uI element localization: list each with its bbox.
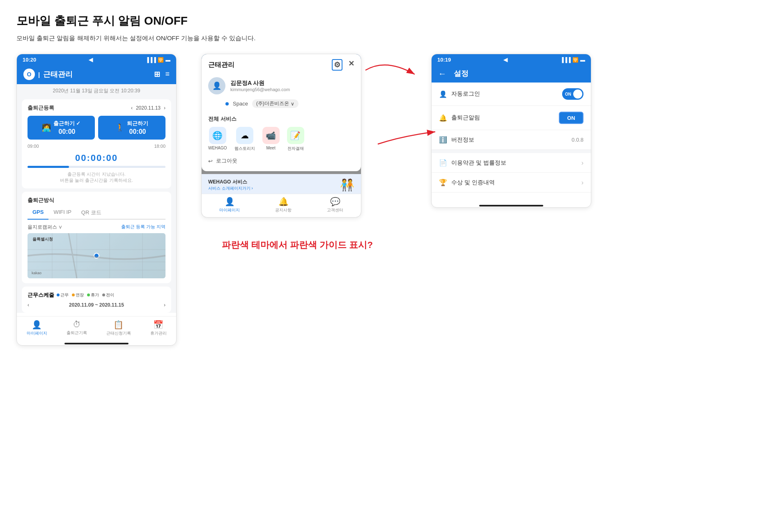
- user-info: 김문정A 사원 kimmunjeng56@wehago.com: [230, 80, 290, 92]
- home-indicator: [64, 343, 128, 344]
- terms-text: 이용약관 및 법률정보: [451, 159, 506, 167]
- location-selector[interactable]: 을지로캠퍼스 ∨: [28, 224, 62, 231]
- schedule-prev[interactable]: ‹: [28, 302, 29, 308]
- company-chip[interactable]: (주)더존비즈온 ∨: [252, 99, 299, 108]
- gear-icon[interactable]: ⚙: [332, 59, 342, 71]
- method-title: 출퇴근방식: [28, 197, 165, 204]
- legend: 근무 연장 휴가 전이: [57, 292, 114, 298]
- phone-3-wrapper: 10:19 ◀ ▐▐▐🛜▬ ← 설정 👤 자동로그인: [431, 54, 591, 208]
- dropdown-panel: 근태관리 ⚙ ✕ 👤 김문정A 사원 kimmunjeng56@wehago.c…: [202, 54, 361, 171]
- attendance-alarm-text: 출퇴근알림: [451, 114, 480, 122]
- red-arrow-1: [361, 46, 443, 169]
- checkout-button[interactable]: 🚶 퇴근하기 00:00: [98, 116, 165, 140]
- header-actions-1[interactable]: ⊞ ≡: [154, 70, 170, 79]
- logout-label: 로그아웃: [216, 157, 237, 165]
- tab-qr[interactable]: QR 코드: [76, 207, 106, 219]
- status-time-1: 10:20: [23, 57, 36, 63]
- attendance-alarm-row: 🔔 출퇴근알림 ON: [432, 106, 591, 130]
- map-area: 을특별시청: [28, 233, 165, 278]
- bottom-nav-2: 👤 마이페이지 🔔 공지사항 💬 고객센터: [202, 194, 361, 217]
- schedule-title: 근무스케줄: [28, 291, 54, 299]
- checkout-label: 퇴근하기: [127, 120, 148, 127]
- space-label: Space: [233, 101, 248, 107]
- checkin-time: 00:00: [53, 128, 81, 135]
- tab-gps[interactable]: GPS: [28, 207, 48, 220]
- timer-row: 09:00 18:00: [28, 144, 165, 149]
- service-approval[interactable]: 📝 전자결재: [287, 127, 304, 151]
- attendance-alarm-label: 🔔 출퇴근알림: [439, 114, 480, 122]
- checkin-label: 출근하기 ✓: [53, 120, 81, 127]
- tab-wifi[interactable]: WIFI IP: [48, 207, 76, 219]
- menu-icon[interactable]: ≡: [165, 70, 170, 79]
- header-title-1: 근태관리: [43, 69, 73, 79]
- service-meet[interactable]: 📹 Meet: [262, 127, 280, 151]
- space-row: Space (주)더존비즈온 ∨: [202, 98, 361, 112]
- chevron-icon-1: ›: [581, 159, 583, 167]
- checkin-button[interactable]: 🧑‍💻 출근하기 ✓ 00:00: [28, 116, 95, 140]
- user-email: kimmunjeng56@wehago.com: [230, 87, 290, 92]
- attendance-title: 출퇴근등록: [28, 104, 54, 112]
- banner-text: WEHAGO 서비스 서비스 소개페이지가기 ›: [208, 179, 253, 191]
- page-title: 모바일 출퇴근 푸시 알림 ON/OFF: [16, 13, 765, 29]
- grid-icon[interactable]: ⊞: [154, 70, 160, 79]
- nav-attendance[interactable]: ⏱ 출퇴근기록: [67, 320, 87, 336]
- service-storage[interactable]: ☁ 웹스토리지: [234, 127, 255, 151]
- page-subtitle: 모바일 출퇴근 알림을 해제하기 위해서는 설정에서 ON/OFF 기능을 사용…: [16, 34, 765, 42]
- logout-icon: ↩: [208, 158, 213, 164]
- nav-request[interactable]: 📋 근태신청기록: [106, 320, 131, 336]
- next-arrow[interactable]: ›: [164, 105, 165, 111]
- logout-row[interactable]: ↩ 로그아웃: [202, 153, 361, 166]
- nav-help[interactable]: 💬 고객센터: [327, 197, 343, 213]
- bottom-nav-1: 👤 마이페이지 ⏱ 출퇴근기록 📋 근태신청기록 📅 휴가관리: [17, 316, 176, 340]
- phone-header-1: O | 근태관리 ⊞ ≡: [17, 65, 176, 84]
- schedule-next[interactable]: ›: [164, 302, 165, 308]
- schedule-nav[interactable]: ‹ 2020.11.09 ~ 2020.11.15 ›: [28, 302, 165, 308]
- schedule-range: 2020.11.09 ~ 2020.11.15: [69, 302, 124, 308]
- version-label: ℹ️ 버전정보: [439, 136, 474, 144]
- prev-arrow[interactable]: ‹: [131, 105, 133, 111]
- version-text: 버전정보: [451, 136, 474, 144]
- schedule-card: 근무스케줄 근무 연장 휴가 전이 ‹ 2020.11.09 ~ 2020.11…: [22, 287, 171, 313]
- date-display: 2020.11.13: [136, 105, 161, 111]
- dropdown-title: 근태관리: [208, 61, 234, 69]
- space-dot: [225, 102, 229, 105]
- attendance-alarm-toggle[interactable]: ON: [559, 112, 583, 124]
- auto-login-toggle[interactable]: [562, 88, 583, 100]
- awards-row[interactable]: 🏆 수상 및 인증내역 ›: [432, 173, 591, 193]
- phone-screen-2: 10:20 ◀ ▐▐▐🛜▬ O | 근태관리 ⊞ ≡ 2020년... 출퇴근등…: [201, 54, 361, 218]
- auto-login-label: 👤 자동로그인: [439, 90, 480, 98]
- time-start: 09:00: [28, 144, 39, 149]
- close-icon[interactable]: ✕: [348, 59, 354, 71]
- nav-notice[interactable]: 🔔 공지사항: [275, 197, 292, 213]
- attendance-buttons: 🧑‍💻 출근하기 ✓ 00:00 🚶 퇴근하기 00: [28, 116, 165, 140]
- services-section: 전체 서비스 🌐 WEHAGO ☁ 웹스토리지 📹 Meet: [202, 112, 361, 153]
- company-name: (주)더존비즈온: [256, 100, 289, 107]
- date-nav[interactable]: ‹ 2020.11.13 ›: [131, 105, 165, 111]
- date-bar-1: 2020년 11월 13일 금요일 오전 10:20:39: [17, 84, 176, 96]
- nav-mypage[interactable]: 👤 마이페이지: [27, 320, 47, 336]
- chevron-down-icon: ∨: [291, 101, 294, 107]
- auto-login-row: 👤 자동로그인: [432, 83, 591, 106]
- alarm-toggle-label: ON: [567, 115, 575, 121]
- awards-label: 🏆 수상 및 인증내역: [439, 179, 495, 186]
- services-title: 전체 서비스: [208, 115, 354, 123]
- location-link[interactable]: 출퇴근 등록 가능 지역: [121, 224, 165, 231]
- nav-vacation[interactable]: 📅 휴가관리: [150, 320, 167, 336]
- method-tabs[interactable]: GPS WIFI IP QR 코드: [28, 207, 165, 220]
- settings-body: 👤 자동로그인 🔔 출퇴근알림 ON: [432, 83, 591, 193]
- status-bar-1: 10:20 ◀ ▐▐▐🛜▬: [17, 54, 176, 65]
- settings-gap: [432, 150, 591, 153]
- timer-display: 00:00:00: [28, 150, 165, 164]
- terms-row[interactable]: 📄 이용약관 및 법률정보 ›: [432, 153, 591, 173]
- time-end: 18:00: [154, 144, 165, 149]
- dropdown-icons[interactable]: ⚙ ✕: [332, 59, 354, 71]
- banner-sub[interactable]: 서비스 소개페이지가기 ›: [208, 186, 253, 191]
- warning-text: 출근등록 시간이 지났습니다.버튼을 눌러 출근시간을 기록하세요.: [28, 171, 165, 183]
- status-icons-1: ▐▐▐🛜▬: [145, 57, 170, 63]
- version-value: 0.0.8: [572, 137, 583, 143]
- wehago-banner[interactable]: WEHAGO 서비스 서비스 소개페이지가기 › 🧑‍🤝‍🧑: [202, 174, 361, 196]
- chevron-icon-2: ›: [581, 179, 583, 186]
- dropdown-header: 근태관리 ⚙ ✕: [202, 54, 361, 74]
- service-wehago[interactable]: 🌐 WEHAGO: [208, 127, 227, 151]
- nav-mypage-2[interactable]: 👤 마이페이지: [219, 197, 240, 213]
